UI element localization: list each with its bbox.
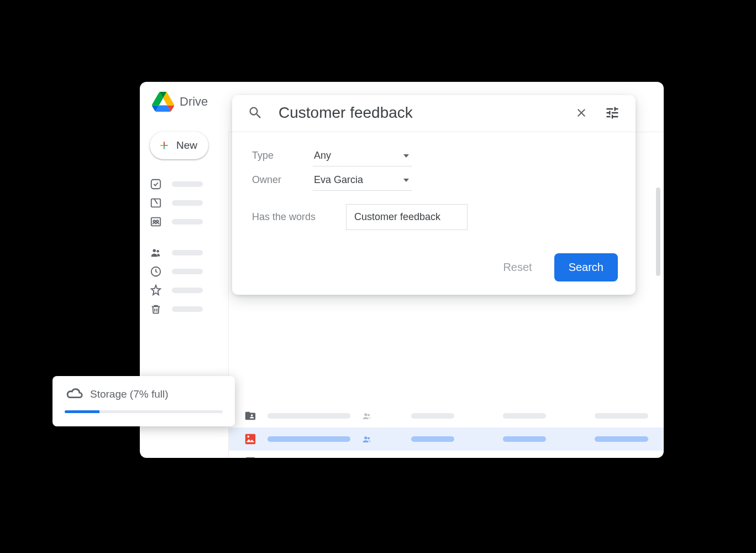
file-row[interactable] [229,404,664,427]
filter-type-row: Type Any [252,144,616,166]
sidebar-item-starred[interactable] [150,281,218,300]
sidebar-item-shared-drives[interactable] [150,212,218,231]
sidebar-item-label [172,306,203,312]
filter-owner-row: Owner Eva Garcia [252,169,616,191]
svg-rect-1 [164,142,165,145]
app-title: Drive [180,95,208,109]
file-owner-placeholder [411,413,454,419]
file-modified-placeholder [503,413,545,419]
star-icon [150,284,162,296]
filter-type-label: Type [252,150,313,161]
svg-rect-3 [160,145,164,146]
filter-owner-value: Eva Garcia [314,174,363,186]
search-button[interactable]: Search [554,253,618,281]
svg-rect-18 [246,457,255,458]
filter-words-input[interactable] [346,204,468,230]
sidebar: New [140,132,228,319]
file-size-placeholder [595,413,648,419]
sidebar-item-priority[interactable] [150,175,218,194]
filter-type-select[interactable]: Any [313,144,412,166]
doc-icon [244,456,256,458]
svg-point-17 [368,437,370,439]
svg-point-14 [368,414,370,416]
check-square-icon [150,178,162,190]
svg-rect-5 [151,180,161,189]
cloud-icon [65,387,82,401]
svg-point-13 [364,413,367,416]
sidebar-item-trash[interactable] [150,300,218,319]
storage-progress-bar [65,410,223,413]
svg-rect-6 [151,199,161,207]
clock-icon [150,265,162,278]
svg-point-11 [156,250,159,253]
file-row[interactable] [229,451,664,458]
search-header: Customer feedback [232,95,636,132]
file-size-placeholder [595,436,648,442]
search-query[interactable]: Customer feedback [279,104,558,122]
tune-icon[interactable] [605,105,620,121]
caret-down-icon [403,179,409,182]
sidebar-item-shared[interactable] [150,243,218,262]
svg-point-9 [156,220,159,222]
filter-words-row: Has the words [252,204,616,230]
svg-rect-15 [245,434,255,444]
sidebar-item-label [172,269,203,274]
svg-rect-4 [164,145,165,146]
sidebar-item-label [172,181,203,187]
sidebar-item-label [172,200,203,206]
filter-owner-label: Owner [252,174,313,186]
svg-point-16 [364,436,367,439]
filter-type-value: Any [314,150,331,161]
drive-logo-icon [152,92,174,112]
svg-rect-7 [151,218,161,226]
people-icon [150,247,162,259]
filter-words-label: Has the words [252,211,346,223]
plus-icon [159,140,170,151]
storage-label: Storage (7% full) [90,388,169,400]
image-icon [244,433,256,445]
svg-point-8 [153,220,155,222]
storage-row: Storage (7% full) [65,387,223,401]
storage-card[interactable]: Storage (7% full) [53,376,235,426]
sidebar-item-label [172,250,203,255]
shared-drives-icon [150,216,162,228]
file-row-selected[interactable] [229,427,664,451]
scrollbar[interactable] [656,187,660,276]
sidebar-item-recent[interactable] [150,262,218,281]
file-name-placeholder [267,436,350,442]
drive-icon [150,197,162,209]
reset-button[interactable]: Reset [503,261,532,274]
close-icon[interactable] [574,105,589,121]
people-icon [361,435,372,443]
caret-down-icon [403,154,409,158]
file-owner-placeholder [411,436,454,442]
new-button-label: New [176,139,197,152]
sidebar-item-mydrive[interactable] [150,194,218,212]
folder-shared-icon [244,410,256,422]
sidebar-item-label [172,219,203,225]
people-icon [361,412,372,420]
file-modified-placeholder [503,436,545,442]
search-icon[interactable] [248,105,263,121]
search-filters: Type Any Owner Eva Garcia Has the words [232,132,636,243]
search-panel: Customer feedback Type Any Owner Eva Gar… [232,95,636,295]
svg-point-10 [153,249,156,253]
new-button[interactable]: New [150,132,208,159]
storage-progress-fill [65,410,99,413]
sidebar-item-label [172,288,203,293]
file-name-placeholder [267,413,350,419]
search-actions: Reset Search [232,243,636,295]
trash-icon [150,303,162,315]
filter-owner-select[interactable]: Eva Garcia [313,169,412,191]
